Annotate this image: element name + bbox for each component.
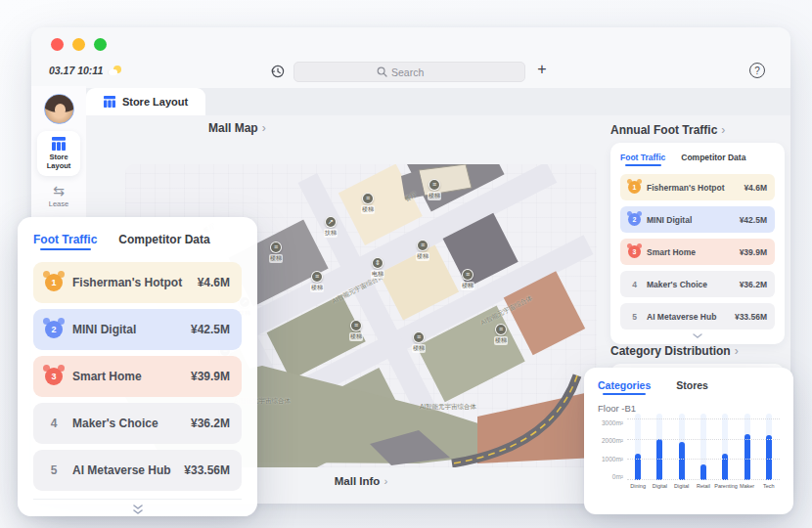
medal-silver-icon: 2	[628, 213, 641, 226]
chart-plot	[627, 419, 780, 480]
minimize-window-button[interactable]	[72, 38, 85, 51]
stairs-marker[interactable]: ≡楼梯	[361, 193, 375, 214]
value: ¥42.5M	[740, 215, 767, 225]
medal-gold-icon: 1	[45, 274, 63, 291]
medal-bronze-icon: 3	[45, 368, 63, 385]
floor-label: Floor -B1	[598, 403, 780, 414]
annual-foot-traffic-card: Foot Traffic Competitor Data 1 Fisherman…	[610, 143, 785, 344]
chevron-right-icon: ›	[735, 344, 739, 358]
medal-silver-icon: 2	[45, 321, 63, 338]
tab-competitor-data-mini[interactable]: Competitor Data	[681, 153, 745, 166]
foot-traffic-panel: Foot Traffic Competitor Data 1 Fisherman…	[18, 217, 257, 516]
escalator-marker[interactable]: ↗扶梯	[324, 216, 338, 238]
bar[interactable]	[761, 419, 777, 480]
search-bar[interactable]	[293, 62, 525, 82]
chart-x-labels: DiningDigitalDigitalRetailParentingMaker…	[598, 483, 780, 489]
help-button[interactable]: ?	[749, 63, 765, 78]
datetime: 03.17 10:11	[49, 65, 121, 76]
collapse-double-chevron-icon[interactable]	[33, 499, 242, 515]
sidebar-item-label: Lease	[49, 199, 68, 208]
tab-store-layout[interactable]: Store Layout	[86, 88, 205, 115]
bar[interactable]	[740, 419, 755, 480]
history-icon[interactable]	[269, 63, 287, 80]
collapse-chevron-icon[interactable]	[620, 333, 775, 339]
bar-chart: 3000m²2000m²1000m²0m²	[598, 419, 780, 480]
list-item[interactable]: 2 MINI Digital ¥42.5M	[620, 206, 775, 233]
chart-bars	[627, 419, 780, 480]
avatar[interactable]	[44, 94, 74, 124]
chevron-right-icon: ›	[721, 123, 725, 137]
list-item[interactable]: 3 Smart Home ¥39.9M	[620, 239, 775, 265]
tab-categories[interactable]: Categories	[598, 379, 651, 395]
value: ¥4.6M	[198, 276, 230, 289]
search-input[interactable]	[391, 66, 442, 78]
bar[interactable]	[652, 419, 667, 480]
tab-foot-traffic[interactable]: Foot Traffic	[33, 233, 97, 250]
annual-foot-traffic-heading[interactable]: Annual Foot Traffic›	[610, 123, 725, 137]
maximize-window-button[interactable]	[94, 38, 107, 51]
lease-swap-icon: ⇆	[37, 184, 80, 198]
list-item[interactable]: 1 Fisherman's Hotpot ¥4.6M	[33, 262, 242, 303]
value: ¥39.9M	[740, 247, 767, 257]
tab-title: Store Layout	[122, 96, 188, 108]
bar[interactable]	[674, 419, 690, 480]
stairs-marker[interactable]: ≡楼梯	[428, 179, 441, 200]
value: ¥4.6M	[744, 183, 767, 193]
list-item[interactable]: 3 Smart Home ¥39.9M	[33, 356, 242, 397]
stairs-marker[interactable]: ≡楼梯	[494, 324, 508, 345]
chart-y-axis: 3000m²2000m²1000m²0m²	[598, 419, 627, 480]
list-item[interactable]: 2 MINI Digital ¥42.5M	[33, 309, 242, 350]
value: ¥33.56M	[184, 463, 230, 477]
categories-panel: Categories Stores Floor -B1 3000m²2000m²…	[584, 368, 793, 514]
map-heading[interactable]: Mall Map›	[208, 121, 266, 135]
bar[interactable]	[696, 419, 711, 480]
sidebar-item-label: Store Layout	[47, 153, 71, 170]
window-controls	[51, 38, 107, 51]
tab-competitor-data[interactable]: Competitor Data	[118, 233, 209, 250]
stairs-marker[interactable]: ≡楼梯	[349, 320, 363, 341]
stairs-marker[interactable]: ≡楼梯	[416, 240, 429, 261]
elevator-marker[interactable]: ⇕电梯	[371, 257, 384, 279]
list-item[interactable]: 1 Fisherman's Hotpot ¥4.6M	[620, 174, 775, 200]
stairs-marker[interactable]: ≡楼梯	[461, 269, 474, 290]
sidebar-item-store-layout[interactable]: Store Layout	[37, 131, 80, 176]
bar[interactable]	[630, 419, 646, 480]
chevron-right-icon: ›	[383, 475, 387, 487]
medal-gold-icon: 1	[628, 181, 641, 194]
close-window-button[interactable]	[51, 38, 64, 51]
sidebar-item-lease[interactable]: ⇆ Lease	[37, 184, 80, 208]
map-area-label: AI智能元宇宙综合体	[420, 403, 476, 412]
stairs-marker[interactable]: ≡楼梯	[269, 242, 283, 263]
search-icon	[377, 66, 387, 77]
list-item[interactable]: 5 AI Metaverse Hub ¥33.56M	[620, 303, 775, 330]
value: ¥39.9M	[191, 370, 230, 383]
bar[interactable]	[717, 419, 733, 480]
value: ¥36.2M	[740, 280, 767, 289]
value: ¥33.56M	[735, 312, 767, 322]
store-layout-icon	[52, 137, 66, 151]
list-item[interactable]: 4 Maker's Choice ¥36.2M	[620, 271, 775, 297]
stairs-marker[interactable]: ≡楼梯	[310, 271, 324, 292]
toolbar: 03.17 10:11 + ?	[31, 57, 790, 88]
value: ¥36.2M	[191, 417, 230, 430]
value: ¥42.5M	[191, 323, 230, 336]
new-tab-button[interactable]: +	[532, 61, 552, 78]
chevron-right-icon: ›	[262, 121, 266, 135]
medal-bronze-icon: 3	[628, 245, 641, 258]
weather-icon	[108, 66, 121, 76]
list-item[interactable]: 5 AI Metaverse Hub ¥33.56M	[33, 450, 242, 491]
list-item[interactable]: 4 Maker's Choice ¥36.2M	[33, 403, 242, 444]
category-distribution-heading[interactable]: Category Distribution›	[610, 344, 739, 358]
tab-stores[interactable]: Stores	[676, 379, 708, 395]
stairs-marker[interactable]: ≡楼梯	[412, 331, 426, 353]
store-layout-icon	[104, 96, 115, 108]
tab-foot-traffic-mini[interactable]: Foot Traffic	[620, 153, 665, 166]
datetime-label: 03.17 10:11	[49, 65, 103, 76]
